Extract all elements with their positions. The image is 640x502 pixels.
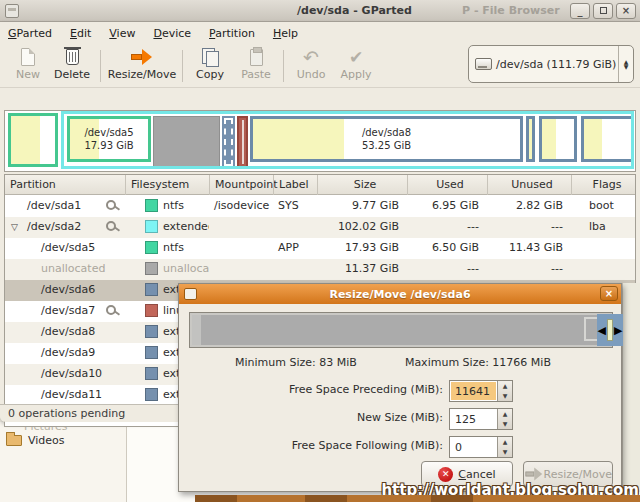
menu-device[interactable]: Device [153,27,191,40]
new-button[interactable]: New [10,46,46,81]
menu-view[interactable]: View [109,27,135,40]
partition-block-sda8[interactable]: /dev/sda853.25 GiB [250,116,523,162]
apply-icon: ✔ [349,48,363,66]
minimize-button[interactable]: _ [570,3,590,19]
undo-button[interactable]: ↶ Undo [291,46,331,81]
col-mountpoint[interactable]: Mountpoint [209,175,273,195]
key-icon [106,199,120,213]
col-label[interactable]: Label [273,175,317,195]
copy-button[interactable]: Copy [190,46,230,81]
col-filesystem[interactable]: Filesystem [125,175,209,195]
partition-block-sda6-selected[interactable] [222,116,235,168]
device-selector-value: /dev/sda (111.79 GiB) [496,58,618,71]
free-space-preceding-label: Free Space Preceding (MiB): [289,383,443,396]
sidebar-item-videos[interactable]: Videos [6,434,65,447]
menu-help[interactable]: Help [273,27,298,40]
col-size[interactable]: Size [317,175,407,195]
partition-block-unallocated[interactable] [153,116,220,168]
spin-up-icon: ▲ [498,381,512,391]
toolbar-separator [100,50,101,82]
dialog-title: Resize/Move /dev/sda6 [179,288,621,301]
partition-block-sda7[interactable] [237,116,248,168]
spin-down-icon: ▼ [498,419,512,429]
toolbar: New Delete Resize/Move Copy Paste [0,44,640,88]
undo-icon: ↶ [303,48,319,66]
dialog-titlebar: Resize/Move /dev/sda6 × [179,284,621,304]
spinner-buttons[interactable]: ▲▼ [497,437,512,457]
resize-move-button[interactable]: Resize/Move [106,46,178,81]
maximize-button[interactable] [593,3,613,19]
device-selector[interactable]: /dev/sda (111.79 GiB) ▲▼ [468,45,634,83]
taskbar-strip [195,495,640,502]
partition-block-sda9[interactable] [526,116,535,162]
spinner-buttons[interactable]: ▲▼ [497,409,512,429]
partition-visual-bar: /dev/sda517.93 GiB /dev/sda853.25 GiB [4,110,636,172]
menu-partition[interactable]: Partition [209,27,255,40]
spin-down-icon: ▼ [498,447,512,457]
videos-label: Videos [28,434,65,447]
resize-move-dialog: Resize/Move /dev/sda6 × ◀ ▶ Minimum Size… [178,283,622,492]
dialog-close-button[interactable]: × [600,286,618,301]
desktop: Pictures Videos /dev/sda - GParted P - F… [0,0,640,502]
partition-block-sda11[interactable] [581,116,634,162]
new-size-spinner[interactable]: 125 ▲▼ [449,408,513,430]
status-text: 0 operations pending [8,407,125,420]
partition-block-sda10[interactable] [539,116,577,162]
menubar: GParted Edit View Device Partition Help [0,22,640,44]
window-title: /dev/sda - GParted [297,4,412,17]
new-size-label: New Size (MiB): [357,411,443,424]
spinner-buttons[interactable]: ▲▼ [497,381,512,401]
minimum-size-label: Minimum Size: 83 MiB [235,356,357,369]
close-button[interactable]: × [616,3,636,19]
table-row-sda5[interactable]: /dev/sda5 ntfs APP 17.93 GiB 6.50 GiB 11… [5,238,635,259]
gparted-app-icon [5,4,19,18]
paste-icon [250,49,263,66]
background-window-title: P - File Browser [462,4,560,17]
file-browser-sidebar: Pictures Videos [0,422,127,502]
handle-partition-bar[interactable] [607,319,613,341]
spin-up-icon: ▲ [498,437,512,447]
handle-left-arrow-icon[interactable]: ◀ [598,325,606,336]
toolbar-separator [182,50,183,82]
free-space-following-spinner[interactable]: 0 ▲▼ [449,436,513,458]
key-icon [106,304,120,318]
table-header: Partition Filesystem Mountpoint Label Si… [5,175,635,195]
partition-block-sda1[interactable] [8,113,58,167]
free-space-following-label: Free Space Following (MiB): [292,439,443,452]
file-browser-right-edge [622,283,640,492]
resize-move-gray-icon [525,468,537,481]
titlebar: /dev/sda - GParted P - File Browser _ × [0,0,640,22]
menu-edit[interactable]: Edit [70,27,91,40]
handle-right-arrow-icon[interactable]: ▶ [614,325,622,336]
col-used[interactable]: Used [407,175,487,195]
resize-move-icon [131,49,153,65]
spin-down-icon: ▼ [498,391,512,401]
copy-icon [202,48,218,66]
toolbar-separator [283,50,284,82]
col-flags[interactable]: Flags [571,175,636,195]
partition-block-sda5[interactable]: /dev/sda517.93 GiB [67,116,151,162]
resize-slider[interactable]: ◀ ▶ [189,312,613,348]
table-row-sda2[interactable]: ▽/dev/sda2 extended 102.02 GiB --- --- l… [5,217,635,238]
new-document-icon [21,48,35,66]
folder-icon [6,435,22,446]
menu-gparted[interactable]: GParted [8,27,52,40]
spin-up-icon: ▲ [498,409,512,419]
disk-icon [475,58,492,70]
maximum-size-label: Maximum Size: 11766 MiB [405,356,551,369]
cancel-x-icon: ✕ [438,467,453,482]
device-selector-spinner-icon[interactable]: ▲▼ [618,46,633,82]
table-row-sda1[interactable]: /dev/sda1 ntfs /isodevice SYS 9.77 GiB 6… [5,196,635,217]
col-unused[interactable]: Unused [487,175,571,195]
partition-block-extended[interactable]: /dev/sda517.93 GiB /dev/sda853.25 GiB [61,111,634,169]
table-row-unallocated[interactable]: unallocated unallocated 11.37 GiB --- --… [5,259,635,280]
apply-button[interactable]: ✔ Apply [336,46,376,81]
resize-handle[interactable]: ◀ ▶ [597,314,623,346]
trash-icon [66,49,79,65]
paste-button[interactable]: Paste [236,46,276,81]
delete-button[interactable]: Delete [50,46,94,81]
expander-icon[interactable]: ▽ [11,217,18,237]
col-partition[interactable]: Partition [5,175,125,195]
key-icon [106,220,120,234]
free-space-preceding-spinner[interactable]: 11641 ▲▼ [449,380,513,402]
